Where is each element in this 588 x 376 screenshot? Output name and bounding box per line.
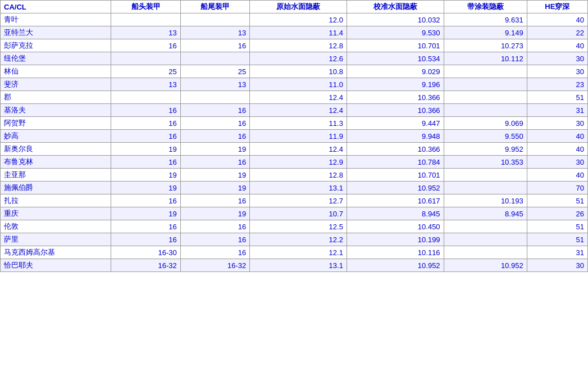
cell-he_pen: 23 xyxy=(527,78,587,91)
cell-camo_concealment: 10.273 xyxy=(444,39,527,52)
cell-he_pen: 51 xyxy=(527,91,587,104)
cell-calibrated_concealment: 10.116 xyxy=(347,246,444,259)
cell-calibrated_concealment: 10.366 xyxy=(347,91,444,104)
cell-calibrated_concealment: 10.701 xyxy=(347,169,444,182)
cell-name: 彭萨克拉 xyxy=(1,39,111,52)
cell-stern: 16 xyxy=(180,117,249,130)
cell-camo_concealment: 9.952 xyxy=(444,143,527,156)
header-calibrated-concealment: 校准水面隐蔽 xyxy=(347,1,444,13)
cell-name: 基洛夫 xyxy=(1,104,111,117)
cell-raw_concealment: 11.0 xyxy=(250,78,347,91)
cell-stern: 13 xyxy=(180,26,249,39)
cell-calibrated_concealment: 10.952 xyxy=(347,182,444,194)
cell-stern: 16 xyxy=(180,39,249,52)
cell-camo_concealment: 8.945 xyxy=(444,207,527,220)
cell-name: 妙高 xyxy=(1,130,111,143)
cell-camo_concealment xyxy=(444,233,527,246)
table-row: 新奥尔良191912.410.3669.95240 xyxy=(1,143,588,156)
cell-stern: 13 xyxy=(180,78,249,91)
cell-raw_concealment: 12.4 xyxy=(250,143,347,156)
cell-calibrated_concealment: 10.366 xyxy=(347,104,444,117)
cell-raw_concealment: 12.1 xyxy=(250,246,347,259)
cell-calibrated_concealment: 9.447 xyxy=(347,117,444,130)
cell-camo_concealment: 9.631 xyxy=(444,13,527,26)
cell-he_pen: 40 xyxy=(527,130,587,143)
cell-stern: 19 xyxy=(180,169,249,182)
cell-raw_concealment: 12.9 xyxy=(250,156,347,169)
cell-name: 萨里 xyxy=(1,233,111,246)
cell-calibrated_concealment: 10.199 xyxy=(347,233,444,246)
table-row: 基洛夫161612.410.36631 xyxy=(1,104,588,117)
cell-bow xyxy=(111,52,180,65)
table-row: 伦敦161612.510.45051 xyxy=(1,220,588,233)
cell-bow: 16 xyxy=(111,233,180,246)
cell-stern xyxy=(180,91,249,104)
cell-he_pen: 70 xyxy=(527,182,587,194)
cell-stern: 25 xyxy=(180,65,249,78)
table-row: 斐济131311.09.19623 xyxy=(1,78,588,91)
cell-he_pen: 51 xyxy=(527,233,587,246)
cell-he_pen: 40 xyxy=(527,143,587,156)
cell-he_pen: 30 xyxy=(527,259,587,272)
cell-calibrated_concealment: 10.032 xyxy=(347,13,444,26)
cell-name: 布鲁克林 xyxy=(1,156,111,169)
cell-raw_concealment: 12.4 xyxy=(250,104,347,117)
cell-bow: 19 xyxy=(111,169,180,182)
cell-bow: 16 xyxy=(111,220,180,233)
cell-bow: 19 xyxy=(111,207,180,220)
cell-raw_concealment: 12.5 xyxy=(250,220,347,233)
cell-name: 扎拉 xyxy=(1,194,111,207)
header-camo-concealment: 带涂装隐蔽 xyxy=(444,1,527,13)
cell-camo_concealment: 10.193 xyxy=(444,194,527,207)
table-row: 萨里161612.210.19951 xyxy=(1,233,588,246)
cell-calibrated_concealment: 10.366 xyxy=(347,143,444,156)
cell-calibrated_concealment: 10.952 xyxy=(347,259,444,272)
cell-calibrated_concealment: 10.534 xyxy=(347,52,444,65)
cell-raw_concealment: 11.4 xyxy=(250,26,347,39)
cell-camo_concealment: 9.550 xyxy=(444,130,527,143)
cell-raw_concealment: 10.7 xyxy=(250,207,347,220)
cell-stern xyxy=(180,52,249,65)
cell-name: 伦敦 xyxy=(1,220,111,233)
cell-bow: 25 xyxy=(111,65,180,78)
header-stern: 船尾装甲 xyxy=(180,1,249,13)
header-he-pen: HE穿深 xyxy=(527,1,587,13)
cell-camo_concealment: 10.353 xyxy=(444,156,527,169)
cell-camo_concealment xyxy=(444,78,527,91)
cell-stern: 19 xyxy=(180,182,249,194)
cell-name: 林仙 xyxy=(1,65,111,78)
cell-camo_concealment xyxy=(444,91,527,104)
table-row: 恰巴耶夫16-3216-3213.110.95210.95230 xyxy=(1,259,588,272)
cell-he_pen: 30 xyxy=(527,65,587,78)
cell-bow: 16 xyxy=(111,104,180,117)
cell-stern: 16 xyxy=(180,194,249,207)
cell-bow: 13 xyxy=(111,26,180,39)
cell-bow: 13 xyxy=(111,78,180,91)
table-row: 彭萨克拉161612.810.70110.27340 xyxy=(1,39,588,52)
cell-name: 施佩伯爵 xyxy=(1,182,111,194)
cell-raw_concealment: 12.4 xyxy=(250,91,347,104)
cell-name: 青叶 xyxy=(1,13,111,26)
cell-stern: 16 xyxy=(180,233,249,246)
cell-bow xyxy=(111,13,180,26)
cell-stern: 16 xyxy=(180,130,249,143)
table-row: 妙高161611.99.9489.55040 xyxy=(1,130,588,143)
cell-raw_concealment: 11.3 xyxy=(250,117,347,130)
cell-stern xyxy=(180,13,249,26)
cell-camo_concealment xyxy=(444,169,527,182)
cell-he_pen: 40 xyxy=(527,169,587,182)
cell-bow: 19 xyxy=(111,143,180,156)
cell-name: 圭亚那 xyxy=(1,169,111,182)
cell-raw_concealment: 12.8 xyxy=(250,39,347,52)
cell-he_pen: 40 xyxy=(527,13,587,26)
table-row: 林仙252510.89.02930 xyxy=(1,65,588,78)
cell-camo_concealment xyxy=(444,246,527,259)
cell-stern: 16 xyxy=(180,156,249,169)
table-row: 圭亚那191912.810.70140 xyxy=(1,169,588,182)
cell-he_pen: 30 xyxy=(527,52,587,65)
table-row: 阿贺野161611.39.4479.06930 xyxy=(1,117,588,130)
cell-raw_concealment: 12.8 xyxy=(250,169,347,182)
cell-calibrated_concealment: 9.530 xyxy=(347,26,444,39)
cell-calibrated_concealment: 9.196 xyxy=(347,78,444,91)
cell-name: 亚特兰大 xyxy=(1,26,111,39)
